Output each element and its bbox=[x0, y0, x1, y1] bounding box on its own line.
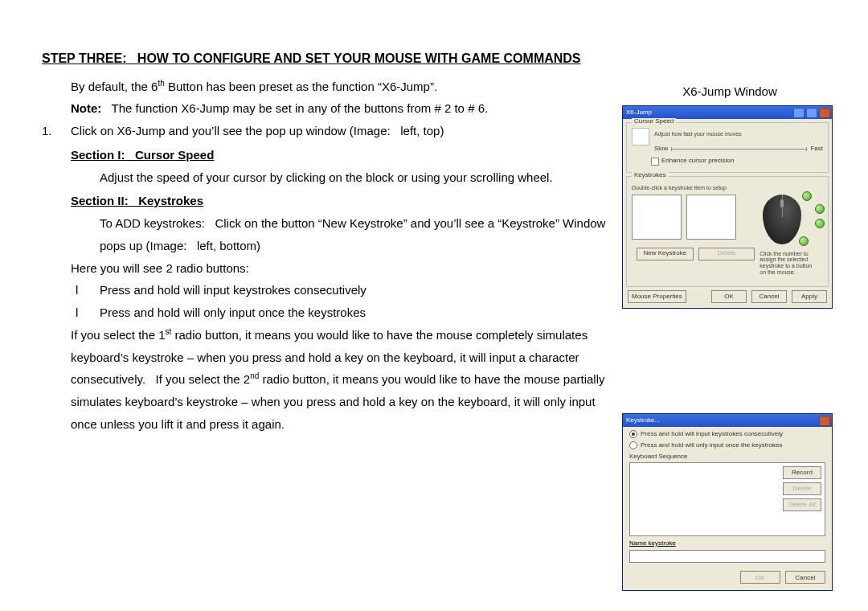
bullet-mark: l bbox=[71, 301, 100, 324]
mouse-button-marker[interactable] bbox=[799, 236, 809, 246]
explanation-paragraph: If you select the 1st radio button, it m… bbox=[71, 324, 614, 436]
keystroke-list-1[interactable] bbox=[632, 195, 682, 240]
radio-consecutive[interactable] bbox=[629, 430, 637, 438]
sequence-list[interactable] bbox=[630, 463, 780, 535]
apply-button[interactable]: Apply bbox=[792, 290, 827, 303]
record-button[interactable]: Record bbox=[783, 466, 821, 479]
section-1-heading: Section I: Cursor Speed bbox=[71, 144, 214, 166]
cancel-button[interactable]: Cancel bbox=[785, 571, 825, 584]
window-title: X6-Jump bbox=[626, 109, 652, 117]
note-line: Note: The function X6-Jump may be set in… bbox=[42, 97, 614, 120]
keys-hint: Double-click a keystroke item to setup bbox=[632, 185, 823, 191]
mouse-assign-hint: Click the number to assign the selected … bbox=[760, 251, 818, 276]
keystroke-list-2[interactable] bbox=[686, 195, 736, 240]
option-1: Press and hold will input keystrokes con… bbox=[100, 279, 366, 301]
ok-button[interactable]: OK bbox=[740, 571, 780, 584]
radio-2-label: Press and hold will only input once the … bbox=[641, 441, 783, 449]
speed-hint: Adjust how fast your mouse moves bbox=[654, 131, 823, 137]
sequence-label: Keyboard Sequence bbox=[629, 453, 825, 461]
slow-label: Slow bbox=[654, 146, 668, 153]
radio-1-label: Press and hold will input keystrokes con… bbox=[641, 430, 783, 438]
titlebar: Keystroke... bbox=[623, 414, 832, 427]
note-label: Note: bbox=[71, 101, 101, 115]
section-2-heading: Section II: Keystrokes bbox=[71, 190, 203, 212]
ok-button[interactable]: OK bbox=[711, 290, 747, 303]
new-keystroke-button[interactable]: New Keystroke bbox=[637, 248, 694, 260]
mouse-diagram bbox=[741, 195, 823, 244]
delete-button[interactable]: Delete bbox=[783, 482, 821, 495]
cancel-button[interactable]: Cancel bbox=[751, 290, 787, 303]
cursor-speed-group: Adjust how fast your mouse moves Slow Fa… bbox=[626, 122, 829, 172]
mouse-button-marker[interactable] bbox=[802, 191, 812, 201]
close-icon[interactable] bbox=[819, 108, 830, 118]
image-caption: X6-Jump Window bbox=[622, 80, 837, 103]
window-title: Keystroke... bbox=[626, 416, 660, 424]
x6-jump-window: X6-Jump Adjust how fast your mouse moves… bbox=[622, 105, 833, 309]
precision-label: Enhance cursor precision bbox=[661, 158, 734, 165]
mouse-icon bbox=[763, 195, 801, 244]
mouse-properties-button[interactable]: Mouse Properties bbox=[628, 290, 686, 303]
image-column: X6-Jump Window X6-Jump Adjust how fast y… bbox=[622, 76, 837, 592]
keystrokes-group: Double-click a keystroke item to setup N… bbox=[626, 176, 829, 287]
text-column: By default, the 6th Button has been pres… bbox=[42, 76, 622, 436]
ordinal-sup: th bbox=[158, 79, 164, 88]
cursor-icon bbox=[632, 128, 649, 146]
radio-once[interactable] bbox=[629, 441, 637, 449]
fast-label: Fast bbox=[810, 146, 823, 153]
radio-intro: Here you will see 2 radio buttons: bbox=[71, 257, 249, 280]
bullet-mark: l bbox=[71, 279, 100, 301]
delete-all-button[interactable]: Delete All bbox=[783, 498, 821, 511]
note-body: The function X6-Jump may be set in any o… bbox=[112, 101, 489, 115]
list-number: 1. bbox=[42, 120, 71, 142]
name-keystroke-input[interactable] bbox=[629, 550, 825, 563]
section-2-body: To ADD keystrokes: Click on the button “… bbox=[71, 212, 614, 257]
name-keystroke-label: Name keystroke bbox=[629, 539, 825, 547]
section-1-body: Adjust the speed of your cursor by click… bbox=[71, 166, 553, 189]
keystroke-window: Keystroke... Press and hold will input k… bbox=[622, 413, 833, 591]
step-title: STEP THREE: HOW TO CONFIGURE AND SET YOU… bbox=[42, 47, 837, 71]
mouse-button-marker[interactable] bbox=[815, 204, 825, 214]
precision-checkbox[interactable] bbox=[651, 158, 659, 166]
option-2: Press and hold will only input once the … bbox=[100, 301, 366, 324]
text: Button has been preset as the function “… bbox=[165, 80, 437, 93]
close-icon[interactable] bbox=[819, 416, 830, 426]
default-line: By default, the 6th Button has been pres… bbox=[42, 76, 614, 98]
minimize-icon[interactable] bbox=[793, 108, 805, 118]
text: By default, the 6 bbox=[71, 80, 158, 93]
maximize-icon[interactable] bbox=[806, 108, 817, 118]
delete-keystroke-button[interactable]: Delete bbox=[698, 248, 755, 260]
step-1-body: Click on X6-Jump and you’ll see the pop … bbox=[71, 120, 444, 142]
speed-slider[interactable] bbox=[671, 149, 807, 150]
mouse-button-marker[interactable] bbox=[815, 219, 825, 228]
step-1: 1. Click on X6-Jump and you’ll see the p… bbox=[42, 120, 614, 142]
